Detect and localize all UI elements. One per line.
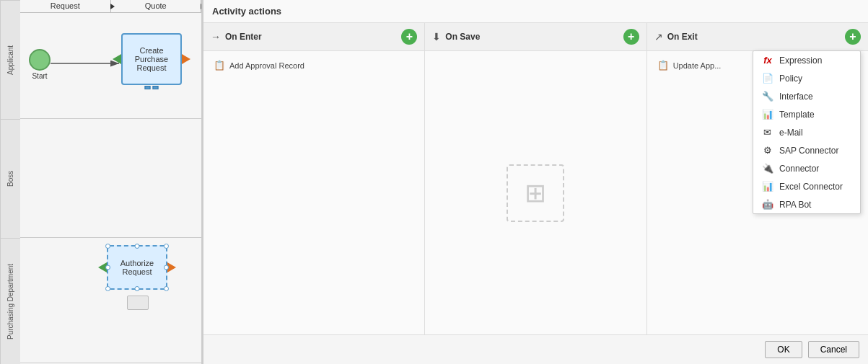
dropdown-item-expression[interactable]: fx Expression — [753, 51, 860, 69]
on-enter-add-button[interactable]: + — [401, 29, 417, 45]
row-labels: Applicant Boss Purchasing Department — [0, 0, 20, 364]
on-exit-icon: ↗ — [654, 31, 663, 43]
excel-label: Excel Connector — [779, 182, 843, 192]
on-exit-add-button[interactable]: + — [845, 29, 861, 45]
dropdown-item-sap[interactable]: ⚙ SAP Connector — [753, 141, 860, 159]
diagram-header: Request Quote — [20, 0, 201, 13]
on-save-placeholder: ⊞ — [507, 164, 564, 222]
on-exit-header: ↗ On Exit + — [647, 23, 868, 51]
header-quote: Quote — [111, 0, 202, 12]
update-app-label: Update App... — [673, 61, 722, 70]
dropdown-item-policy[interactable]: 📄 Policy — [753, 69, 860, 87]
indicator-bar-2 — [153, 86, 159, 89]
on-enter-header: → On Enter + — [203, 23, 424, 51]
applicant-lane: Start Create Purchase Request — [20, 13, 201, 119]
email-icon: ✉ — [762, 127, 773, 138]
sap-icon: ⚙ — [762, 145, 773, 156]
on-save-header: ⬇ On Save + — [425, 23, 646, 51]
boss-lane: Authorize Request — [20, 119, 201, 238]
main-container: Applicant Boss Purchasing Department Req… — [0, 0, 868, 364]
policy-icon: 📄 — [762, 73, 773, 84]
on-enter-label: On Enter — [225, 32, 397, 42]
connector-icon: 🔌 — [762, 163, 773, 174]
panel-footer: OK Cancel — [203, 334, 868, 364]
workflow-diagram: Request Quote Start Create Purchase Requ… — [20, 0, 201, 364]
add-approval-record-item[interactable]: 📋 Add Approval Record — [209, 57, 418, 74]
task-create-purchase-label: Create Purchase Request — [123, 46, 180, 72]
task-create-purchase-arrow-left — [113, 54, 121, 64]
task-bottom-indicators — [145, 86, 159, 89]
activity-panel: Activity actions → On Enter + 📋 Add Appr… — [202, 0, 868, 364]
dropdown-item-email[interactable]: ✉ e-Mail — [753, 123, 860, 141]
start-node: Start — [29, 49, 51, 80]
dropdown-item-template[interactable]: 📊 Template — [753, 105, 860, 123]
task-create-purchase-arrow-right — [182, 54, 190, 64]
on-save-add-button[interactable]: + — [623, 29, 639, 45]
template-label: Template — [779, 110, 815, 120]
on-enter-icon: → — [211, 31, 221, 43]
on-exit-dropdown: fx Expression 📄 Policy 🔧 Interface 📊 Tem… — [753, 50, 861, 214]
expression-icon: fx — [762, 55, 773, 66]
on-enter-content: 📋 Add Approval Record — [203, 51, 424, 334]
sap-label: SAP Connector — [779, 146, 839, 156]
row-label-boss: Boss — [0, 119, 20, 238]
ok-button[interactable]: OK — [765, 341, 802, 358]
excel-icon: 📊 — [762, 181, 773, 192]
dropdown-item-connector[interactable]: 🔌 Connector — [753, 159, 860, 177]
policy-label: Policy — [779, 74, 802, 84]
on-exit-label: On Exit — [667, 32, 841, 42]
rpa-icon: 🤖 — [762, 199, 773, 210]
start-label: Start — [32, 72, 47, 80]
approval-record-label: Add Approval Record — [229, 61, 304, 70]
placeholder-icon: ⊞ — [525, 178, 546, 208]
on-save-icon: ⬇ — [432, 31, 441, 43]
expression-label: Expression — [779, 56, 822, 66]
row-label-applicant: Applicant — [0, 0, 20, 119]
indicator-bar-1 — [145, 86, 151, 89]
template-icon: 📊 — [762, 109, 773, 120]
activity-columns: → On Enter + 📋 Add Approval Record ⬇ On … — [203, 23, 868, 334]
dropdown-item-excel[interactable]: 📊 Excel Connector — [753, 177, 860, 195]
on-enter-column: → On Enter + 📋 Add Approval Record — [203, 23, 425, 334]
dropdown-item-rpa[interactable]: 🤖 RPA Bot — [753, 195, 860, 213]
connector-label: Connector — [779, 164, 819, 174]
on-save-content: ⊞ — [425, 51, 646, 334]
task-create-purchase[interactable]: Create Purchase Request — [121, 33, 182, 85]
header-request: Request — [20, 0, 111, 12]
email-label: e-Mail — [779, 128, 803, 138]
on-save-column: ⬇ On Save + ⊞ — [425, 23, 646, 334]
activity-panel-header: Activity actions — [203, 0, 868, 23]
purchasing-lane — [20, 238, 201, 363]
interface-label: Interface — [779, 92, 813, 102]
cancel-button[interactable]: Cancel — [808, 341, 859, 358]
on-exit-column: ↗ On Exit + 📋 Update App... fx Expressio… — [647, 23, 868, 334]
start-circle — [29, 49, 51, 71]
workflow-panel: Applicant Boss Purchasing Department Req… — [0, 0, 202, 364]
interface-icon: 🔧 — [762, 91, 773, 102]
row-label-purchasing: Purchasing Department — [0, 238, 20, 364]
approval-record-icon: 📋 — [214, 60, 225, 71]
update-app-icon: 📋 — [657, 60, 669, 71]
dropdown-item-interface[interactable]: 🔧 Interface — [753, 87, 860, 105]
rpa-label: RPA Bot — [779, 200, 811, 210]
on-save-label: On Save — [445, 32, 618, 42]
